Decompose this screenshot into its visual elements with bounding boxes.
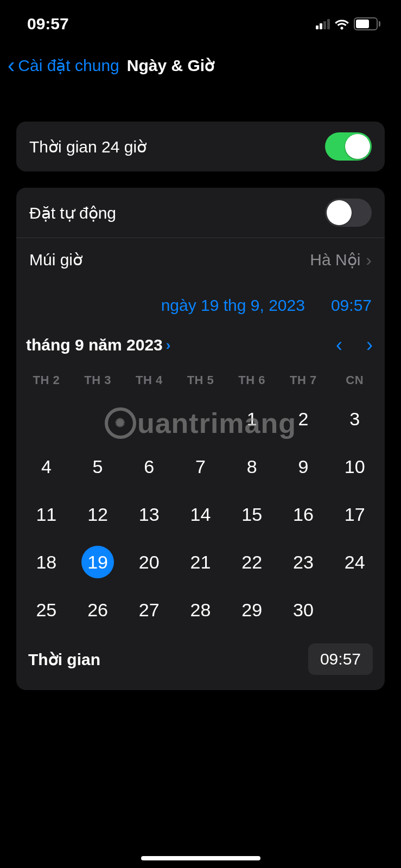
status-indicators: 66 bbox=[316, 17, 380, 30]
row-current-datetime: ngày 19 thg 9, 2023 09:57 bbox=[16, 281, 385, 321]
calendar-day[interactable]: 2 bbox=[278, 395, 329, 443]
row-label: Thời gian 24 giờ bbox=[29, 137, 147, 156]
calendar-weekday: CN bbox=[329, 369, 380, 395]
calendar-day[interactable]: 24 bbox=[329, 538, 380, 586]
section-date-settings: Đặt tự động Múi giờ Hà Nội › ngày 19 thg… bbox=[16, 188, 385, 690]
row-label: Đặt tự động bbox=[29, 203, 116, 222]
calendar-empty-cell bbox=[123, 395, 175, 443]
calendar-day[interactable]: 6 bbox=[123, 443, 175, 490]
calendar-weekday: TH 4 bbox=[123, 369, 175, 395]
calendar-day[interactable]: 22 bbox=[226, 538, 278, 586]
calendar-day[interactable]: 18 bbox=[21, 538, 72, 586]
calendar-picker: tháng 9 năm 2023 › ‹ › TH 2TH 3TH 4TH 5T… bbox=[16, 321, 385, 690]
calendar-header: tháng 9 năm 2023 › ‹ › bbox=[21, 330, 380, 369]
calendar-weekday: TH 2 bbox=[21, 369, 72, 395]
current-time-button[interactable]: 09:57 bbox=[331, 296, 372, 315]
chevron-right-icon: › bbox=[366, 251, 372, 269]
calendar-day[interactable]: 15 bbox=[226, 490, 278, 538]
calendar-day[interactable]: 16 bbox=[278, 490, 329, 538]
status-time: 09:57 bbox=[27, 15, 69, 33]
calendar-empty-cell bbox=[21, 395, 72, 443]
calendar-day[interactable]: 10 bbox=[329, 443, 380, 490]
calendar-nav: ‹ › bbox=[336, 335, 378, 355]
calendar-day[interactable]: 20 bbox=[123, 538, 175, 586]
chevron-right-icon: › bbox=[166, 337, 171, 354]
battery-icon: 66 bbox=[354, 17, 380, 30]
calendar-empty-cell bbox=[175, 395, 226, 443]
calendar-day[interactable]: 7 bbox=[175, 443, 226, 490]
calendar-grid: TH 2TH 3TH 4TH 5TH 6TH 7CN12345678910111… bbox=[21, 369, 380, 634]
calendar-day[interactable]: 14 bbox=[175, 490, 226, 538]
navigation-bar: ‹ Cài đặt chung Ngày & Giờ bbox=[0, 38, 401, 86]
row-time-picker: Thời gian 09:57 bbox=[21, 634, 380, 679]
calendar-day[interactable]: 9 bbox=[278, 443, 329, 490]
calendar-day[interactable]: 17 bbox=[329, 490, 380, 538]
calendar-day[interactable]: 5 bbox=[72, 443, 124, 490]
calendar-day[interactable]: 19 bbox=[72, 538, 124, 586]
current-date-button[interactable]: ngày 19 thg 9, 2023 bbox=[161, 296, 305, 315]
calendar-weekday: TH 5 bbox=[175, 369, 226, 395]
row-set-automatically: Đặt tự động bbox=[16, 188, 385, 238]
prev-month-button[interactable]: ‹ bbox=[336, 335, 342, 355]
page-title: Ngày & Giờ bbox=[127, 56, 214, 75]
calendar-day[interactable]: 25 bbox=[21, 586, 72, 634]
calendar-day[interactable]: 28 bbox=[175, 586, 226, 634]
toggle-24-hour-time[interactable] bbox=[325, 132, 372, 161]
back-button-label[interactable]: Cài đặt chung bbox=[18, 56, 119, 75]
calendar-weekday: TH 7 bbox=[278, 369, 329, 395]
timezone-value-container: Hà Nội › bbox=[310, 250, 372, 269]
calendar-day[interactable]: 4 bbox=[21, 443, 72, 490]
calendar-day[interactable]: 13 bbox=[123, 490, 175, 538]
calendar-month-label: tháng 9 năm 2023 bbox=[26, 336, 163, 354]
calendar-day[interactable]: 12 bbox=[72, 490, 124, 538]
time-picker-label: Thời gian bbox=[28, 650, 100, 669]
timezone-value: Hà Nội bbox=[310, 250, 360, 269]
calendar-month-button[interactable]: tháng 9 năm 2023 › bbox=[26, 336, 170, 354]
calendar-day[interactable]: 21 bbox=[175, 538, 226, 586]
row-24-hour-time: Thời gian 24 giờ bbox=[16, 122, 385, 171]
cellular-signal-icon bbox=[316, 18, 330, 29]
home-indicator[interactable] bbox=[141, 856, 260, 860]
wifi-icon bbox=[334, 18, 349, 30]
calendar-weekday: TH 6 bbox=[226, 369, 278, 395]
calendar-empty-cell bbox=[72, 395, 124, 443]
calendar-day[interactable]: 29 bbox=[226, 586, 278, 634]
calendar-day[interactable]: 3 bbox=[329, 395, 380, 443]
calendar-day[interactable]: 26 bbox=[72, 586, 124, 634]
row-label: Múi giờ bbox=[29, 250, 82, 269]
calendar-day[interactable]: 23 bbox=[278, 538, 329, 586]
back-chevron-icon[interactable]: ‹ bbox=[8, 54, 15, 76]
calendar-day[interactable]: 8 bbox=[226, 443, 278, 490]
time-picker-button[interactable]: 09:57 bbox=[308, 643, 373, 675]
calendar-day[interactable]: 27 bbox=[123, 586, 175, 634]
status-bar: 09:57 66 bbox=[0, 0, 401, 38]
next-month-button[interactable]: › bbox=[366, 335, 373, 355]
toggle-set-automatically[interactable] bbox=[325, 199, 372, 227]
row-timezone[interactable]: Múi giờ Hà Nội › bbox=[16, 238, 385, 281]
calendar-weekday: TH 3 bbox=[72, 369, 124, 395]
calendar-day[interactable]: 1 bbox=[226, 395, 278, 443]
calendar-day[interactable]: 11 bbox=[21, 490, 72, 538]
section-time-format: Thời gian 24 giờ bbox=[16, 122, 385, 171]
calendar-day[interactable]: 30 bbox=[278, 586, 329, 634]
